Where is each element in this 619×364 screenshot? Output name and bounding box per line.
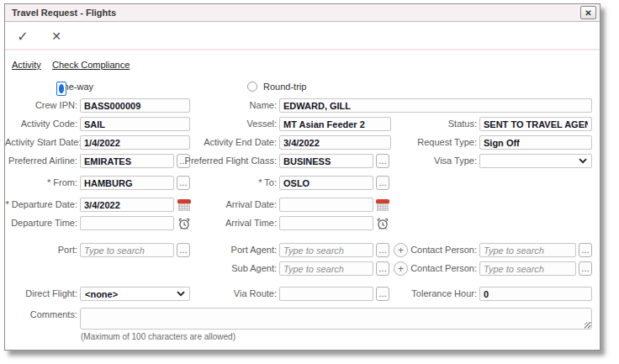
name-input[interactable] bbox=[279, 98, 592, 113]
ellipsis-icon: … bbox=[378, 178, 387, 187]
row-code-vessel-status: Activity Code: Vessel: Status: bbox=[5, 117, 600, 131]
row-sub-agent-contact: Sub Agent: … + Contact Person: … bbox=[5, 261, 600, 276]
tolerance-hour-label: Tolerance Hour: bbox=[365, 287, 477, 301]
activity-end-date-label: Activity End Date: bbox=[140, 135, 277, 150]
status-input[interactable] bbox=[479, 117, 592, 131]
crew-ipn-label: Crew IPN: bbox=[5, 98, 77, 113]
row-departure-arrival-time: Departure Time: Arrival Time: bbox=[5, 216, 600, 230]
row-direct-via-tolerance: Direct Flight: <none> Via Route: … Toler… bbox=[5, 287, 600, 301]
to-input[interactable] bbox=[279, 176, 373, 190]
contact-person-input[interactable] bbox=[479, 261, 576, 276]
to-lookup-button[interactable]: … bbox=[376, 176, 389, 190]
arrival-time-input[interactable] bbox=[279, 216, 373, 230]
direct-flight-label: Direct Flight: bbox=[5, 287, 77, 301]
status-label: Status: bbox=[365, 117, 477, 131]
row-comments-note: (Maximum of 100 characters are allowed) bbox=[5, 332, 600, 346]
comments-label: Comments: bbox=[5, 308, 77, 322]
round-trip-label: Round-trip bbox=[263, 82, 306, 92]
close-icon: ✕ bbox=[585, 8, 591, 18]
visa-type-select[interactable] bbox=[479, 154, 592, 168]
direct-flight-value: <none> bbox=[85, 289, 118, 299]
activity-link[interactable]: Activity bbox=[12, 60, 41, 70]
chevron-down-icon bbox=[579, 158, 587, 164]
row-crew-name: Crew IPN: Name: bbox=[5, 98, 600, 113]
row-port-agent-contact: Port: … Port Agent: … + Contact Person: … bbox=[5, 243, 600, 257]
departure-time-label: Departure Time: bbox=[5, 216, 77, 230]
one-way-radio[interactable]: One-way bbox=[56, 82, 93, 92]
contact-person-lookup-button[interactable]: … bbox=[579, 261, 592, 276]
check-compliance-link[interactable]: Check Compliance bbox=[52, 60, 130, 70]
screen: Travel Request - Flights ✕ ✓ ✕ Activity … bbox=[0, 0, 619, 364]
via-route-label: Via Route: bbox=[140, 287, 277, 301]
dialog-title: Travel Request - Flights bbox=[12, 8, 116, 18]
to-label: * To: bbox=[140, 176, 277, 190]
activity-start-date-label: Activity Start Date: bbox=[5, 135, 77, 150]
row-dates-request: Activity Start Date: Activity End Date: … bbox=[5, 135, 600, 150]
travel-request-dialog: Travel Request - Flights ✕ ✓ ✕ Activity … bbox=[4, 3, 600, 351]
row-comments: Comments: bbox=[5, 308, 600, 331]
name-label: Name: bbox=[140, 98, 277, 113]
dialog-titlebar: Travel Request - Flights bbox=[5, 4, 600, 22]
port-label: Port: bbox=[5, 243, 77, 257]
contact-person-label: Contact Person: bbox=[365, 243, 477, 257]
request-type-label: Request Type: bbox=[365, 135, 477, 150]
preferred-flight-class-label: Preferred Flight Class: bbox=[140, 154, 277, 168]
close-button[interactable]: ✕ bbox=[580, 6, 596, 19]
calendar-icon[interactable] bbox=[376, 198, 389, 212]
preferred-flight-class-input[interactable] bbox=[279, 154, 373, 168]
departure-date-label: * Departure Date: bbox=[5, 198, 77, 212]
sub-agent-label: Sub Agent: bbox=[140, 261, 277, 276]
ellipsis-icon: … bbox=[581, 264, 590, 273]
radio-unselected-icon bbox=[247, 82, 257, 92]
preferred-airline-label: Preferred Airline: bbox=[5, 154, 77, 168]
comments-max-note: (Maximum of 100 characters are allowed) bbox=[81, 332, 235, 341]
cancel-button[interactable]: ✕ bbox=[45, 27, 67, 45]
ellipsis-icon: … bbox=[581, 245, 590, 255]
from-label: * From: bbox=[5, 176, 77, 190]
contact-person-label: Contact Person: bbox=[365, 261, 477, 276]
x-icon: ✕ bbox=[51, 29, 61, 43]
row-from-to: * From: … * To: … bbox=[5, 176, 600, 190]
arrival-date-input[interactable] bbox=[279, 198, 373, 212]
confirm-button[interactable]: ✓ bbox=[12, 27, 34, 45]
request-type-input[interactable] bbox=[479, 135, 592, 150]
toolbar: ✓ ✕ bbox=[5, 22, 600, 50]
row-departure-arrival-date: * Departure Date: Arrival Date: bbox=[5, 198, 600, 212]
radio-selected-icon bbox=[56, 82, 66, 96]
row-airline-class-visa: Preferred Airline: … Preferred Flight Cl… bbox=[5, 154, 600, 168]
vessel-label: Vessel: bbox=[140, 117, 277, 131]
contact-person-lookup-button[interactable]: … bbox=[579, 243, 592, 257]
arrival-time-label: Arrival Time: bbox=[140, 216, 277, 230]
tolerance-hour-input[interactable] bbox=[479, 287, 592, 301]
checkmark-icon: ✓ bbox=[17, 29, 28, 44]
visa-type-label: Visa Type: bbox=[365, 154, 477, 168]
contact-person-input[interactable] bbox=[479, 243, 576, 257]
round-trip-radio[interactable]: Round-trip bbox=[247, 82, 306, 92]
port-agent-input[interactable] bbox=[279, 243, 373, 257]
port-agent-label: Port Agent: bbox=[140, 243, 277, 257]
comments-textarea[interactable] bbox=[80, 308, 592, 330]
clock-icon[interactable] bbox=[376, 217, 389, 230]
activity-code-label: Activity Code: bbox=[5, 117, 77, 131]
via-route-input[interactable] bbox=[279, 287, 373, 301]
arrival-date-label: Arrival Date: bbox=[140, 198, 277, 212]
sub-agent-input[interactable] bbox=[279, 261, 373, 276]
